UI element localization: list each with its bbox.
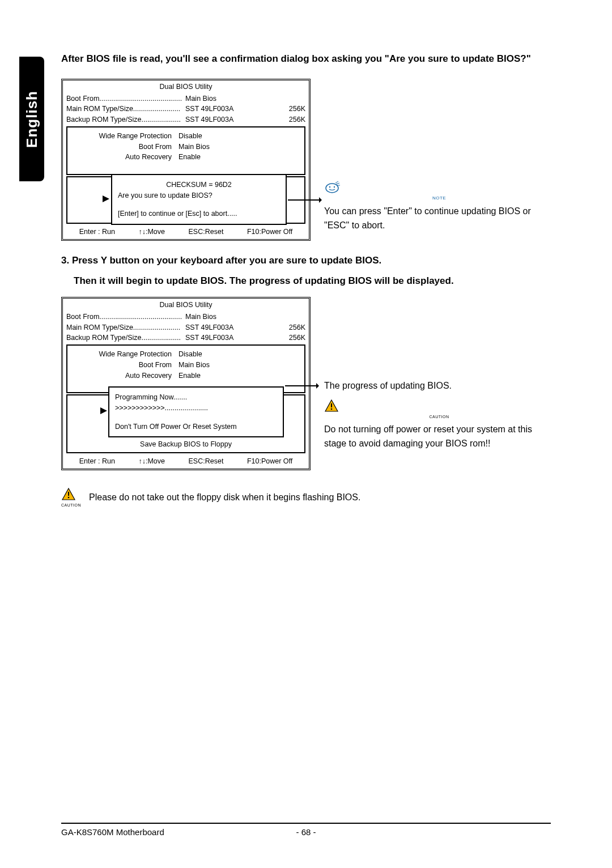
key-hint: ↑↓:Move [138, 456, 165, 467]
flash-note-text: Please do not take out the floppy disk w… [89, 492, 360, 503]
dialog-checksum: CHECKSUM = 96D2 [118, 180, 280, 190]
caution-icon: CAUTION [61, 487, 81, 507]
page-footer: GA-K8S760M Motherboard - 68 - [61, 823, 551, 837]
arrow-line-icon [285, 382, 319, 389]
info-row: Boot From...............................… [63, 93, 309, 104]
progress-text: The progress of updating BIOS. [324, 378, 554, 393]
dialog-programming: Programming Now....... [115, 392, 277, 403]
info-row: Main ROM Type/Size......................… [63, 104, 309, 114]
key-hint: ESC:Reset [189, 456, 224, 467]
intro-text: After BIOS file is read, you'll see a co… [61, 51, 554, 67]
note-icon: NOTE [324, 181, 554, 201]
step3-line2: Then it will begin to update BIOS. The p… [74, 273, 554, 290]
key-hint: Enter : Run [79, 456, 115, 467]
info-row: Backup ROM Type/Size....................… [63, 114, 309, 125]
key-hint: F10:Power Off [247, 227, 292, 237]
progress-dialog: Programming Now....... >>>>>>>>>>>>.....… [108, 386, 284, 437]
step3-line1: 3. Press Y button on your keyboard after… [61, 252, 554, 270]
bios-utility-2: Dual BIOS Utility Boot From.............… [61, 297, 311, 470]
note-label: NOTE [324, 195, 554, 201]
keys-row-2: Enter : Run ↑↓:Move ESC:Reset F10:Power … [63, 454, 309, 469]
document-page: English After BIOS file is read, you'll … [0, 0, 612, 868]
bios-title-2: Dual BIOS Utility [63, 300, 309, 312]
caution-text-2: Do not turning off power or reset your s… [324, 422, 554, 451]
caution-label: CAUTION [324, 415, 554, 419]
key-hint: ESC:Reset [189, 227, 224, 237]
dialog-progress-bar: >>>>>>>>>>>>...................... [115, 403, 277, 414]
main-content: After BIOS file is read, you'll see a co… [61, 51, 554, 507]
bios-block-1: Dual BIOS Utility Boot From.............… [61, 79, 554, 241]
note-column-2: The progress of updating BIOS. CAUTION D… [324, 297, 554, 451]
note-column-1: NOTE You can press "Enter" to continue u… [324, 79, 554, 233]
svg-point-4 [329, 186, 330, 188]
note-text-1: You can press "Enter" to continue updati… [324, 204, 554, 233]
bios-title-1: Dual BIOS Utility [63, 82, 309, 93]
keys-row-1: Enter : Run ↑↓:Move ESC:Reset F10:Power … [63, 225, 309, 239]
svg-marker-8 [316, 383, 319, 389]
settings-block-1: Wide Range ProtectionDisable Boot FromMa… [66, 126, 305, 175]
svg-point-3 [326, 184, 338, 193]
arrow-line-icon [288, 197, 322, 203]
dialog-warning: Don't Turn Off Power Or Reset System [115, 422, 277, 432]
language-tab: English [19, 57, 44, 181]
svg-point-11 [331, 408, 333, 410]
page-number: - 68 - [296, 827, 316, 837]
svg-point-5 [334, 186, 335, 188]
caution-label: CAUTION [61, 503, 81, 507]
confirm-dialog-1: CHECKSUM = 96D2 Are you sure to update B… [111, 174, 287, 225]
bios-utility-1: Dual BIOS Utility Boot From.............… [61, 79, 311, 241]
key-hint: Enter : Run [79, 227, 115, 237]
flash-caution-row: CAUTION Please do not take out the flopp… [61, 487, 554, 507]
svg-marker-2 [319, 197, 322, 203]
svg-point-14 [68, 497, 70, 499]
menu-item: Save Backup BIOS to Floppy [67, 439, 304, 450]
key-hint: ↑↓:Move [138, 227, 165, 237]
language-label: English [23, 91, 41, 148]
caution-icon: CAUTION [324, 399, 554, 419]
dialog-question: Are you sure to update BIOS? [118, 190, 280, 201]
bios-block-2: Dual BIOS Utility Boot From.............… [61, 297, 554, 470]
key-hint: F10:Power Off [247, 456, 292, 467]
footer-title: GA-K8S760M Motherboard [61, 827, 164, 837]
svg-marker-0 [103, 195, 109, 202]
svg-marker-6 [100, 407, 107, 414]
dialog-instruction: [Enter] to continue or [Esc] to abort...… [118, 209, 280, 219]
